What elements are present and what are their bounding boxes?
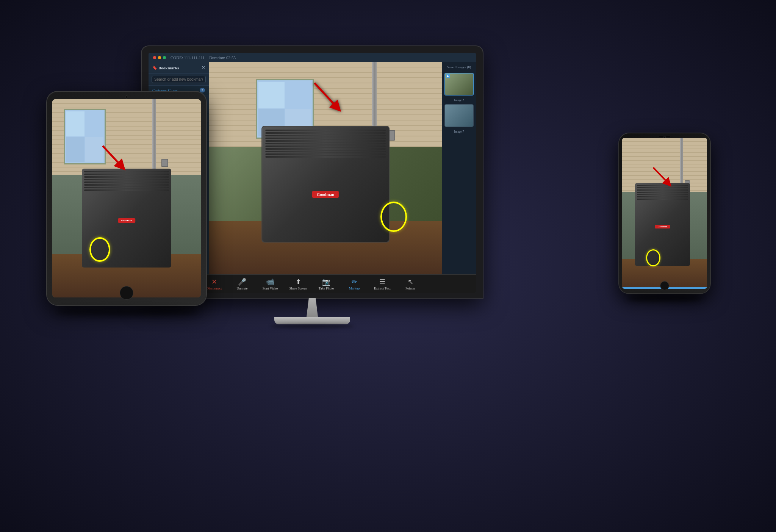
tablet-red-arrow (97, 143, 131, 173)
take-photo-button[interactable]: 📷 Take Photo (317, 279, 336, 290)
maximize-button[interactable] (163, 56, 166, 59)
sidebar-header: 🔖 Bookmarks ✕ (149, 62, 209, 74)
monitor-shadow (271, 324, 354, 328)
phone-screen: Goodman (622, 138, 707, 289)
svg-line-3 (103, 146, 122, 166)
close-sidebar-button[interactable]: ✕ (202, 65, 205, 70)
minimize-button[interactable] (158, 56, 161, 59)
markup-button[interactable]: ✏ Markup (345, 279, 364, 290)
start-video-button[interactable]: 📹 Start Video (261, 279, 280, 290)
tablet-shadow (55, 308, 199, 316)
markup-label: Markup (349, 286, 360, 290)
phone-body: Goodman (619, 133, 710, 293)
grille-row (265, 135, 386, 136)
extract-text-label: Extract Text (374, 286, 391, 290)
session-duration: Duration: 02:55 (209, 55, 236, 60)
tablet-screen-content: Goodman (52, 99, 201, 297)
markup-icon: ✏ (352, 279, 357, 285)
close-button[interactable] (153, 56, 156, 59)
window-controls (153, 56, 166, 59)
grille-row (265, 156, 386, 158)
sidebar-search-area (149, 74, 209, 86)
bookmark-search-input[interactable] (152, 76, 206, 83)
video-icon: 📹 (266, 279, 274, 285)
share-screen-button[interactable]: ⬆ Share Screen (289, 279, 308, 290)
tablet-screen: Goodman (52, 99, 201, 297)
yellow-circle-annotation (380, 202, 407, 232)
share-screen-icon: ⬆ (296, 279, 301, 285)
sidebar-title: Bookmarks (158, 66, 179, 70)
ac-unit-photo: Goodman (209, 62, 442, 274)
tablet-yellow-circle (89, 237, 110, 262)
grille-row (265, 143, 386, 144)
phone-goodman-label: Goodman (655, 225, 670, 228)
tablet-goodman-label: Goodman (118, 218, 135, 223)
monitor-stand-neck (301, 298, 324, 317)
tablet-camera (125, 95, 128, 99)
grille-row (265, 130, 386, 131)
unmute-button[interactable]: 🎤 Unmute (233, 279, 252, 290)
phone-screen-content: Goodman (622, 138, 707, 289)
tablet-body: Goodman (47, 92, 206, 305)
svg-line-5 (653, 167, 668, 183)
take-photo-label: Take Photo (319, 286, 334, 290)
grille-row (265, 148, 386, 150)
tablet-outlet (161, 159, 168, 167)
pointer-label: Pointer (405, 286, 415, 290)
disconnect-icon: ✕ (211, 279, 217, 285)
pointer-icon: ↖ (408, 279, 413, 285)
monitor-stand-base (274, 317, 350, 324)
disconnect-label: Disconnect (207, 286, 222, 290)
session-code: CODE: 111-111-111 (171, 55, 205, 60)
saved-image-2[interactable] (444, 104, 474, 127)
extract-text-icon: ☰ (379, 279, 385, 285)
saved-image-1-label: Image 2 (444, 99, 474, 102)
phone-device: Goodman (619, 133, 710, 302)
grille-row (265, 140, 386, 142)
monitor-top-bar: CODE: 111-111-111 Duration: 02:55 (149, 53, 476, 62)
bookmark-icon: 🔖 (152, 66, 157, 70)
unmute-label: Unmute (237, 286, 248, 290)
microphone-icon: 🎤 (238, 279, 246, 285)
grille-row (265, 132, 386, 134)
ac-unit-body: Goodman (261, 126, 390, 243)
tablet-pipe (152, 99, 156, 178)
image-active-badge: ▶ (446, 74, 450, 78)
extract-text-button[interactable]: ☰ Extract Text (373, 279, 392, 290)
phone-red-arrow (649, 165, 676, 188)
saved-image-2-label: Image 7 (444, 130, 474, 133)
grille-row (265, 151, 386, 152)
phone-ac-unit: Goodman (635, 183, 690, 266)
tablet-home-button[interactable] (120, 286, 133, 300)
grille-row (265, 153, 386, 155)
phone-yellow-circle (646, 249, 660, 266)
phone-home-button[interactable] (660, 281, 669, 290)
scene: CODE: 111-111-111 Duration: 02:55 🔖 Book… (47, 39, 729, 493)
pointer-button[interactable]: ↖ Pointer (401, 279, 420, 290)
goodman-label: Goodman (312, 191, 339, 198)
saved-images-title: Saved Images (8) (444, 65, 474, 69)
saved-image-1[interactable]: ▶ (444, 73, 474, 95)
grille-row (265, 138, 386, 139)
ac-grille (265, 130, 386, 239)
camera-icon: 📷 (322, 279, 330, 285)
start-video-label: Start Video (263, 286, 278, 290)
saved-images-panel: Saved Images (8) ▶ Image 2 Image 7 (442, 62, 476, 274)
disconnect-button[interactable]: ✕ Disconnect (205, 279, 224, 290)
svg-line-1 (314, 83, 337, 108)
main-video-area: Goodman (209, 62, 442, 274)
tablet-device: Goodman (47, 92, 206, 316)
grille-row (265, 146, 386, 147)
red-arrow-annotation (307, 79, 352, 117)
share-screen-label: Share Screen (289, 286, 307, 290)
phone-shadow (627, 296, 702, 302)
